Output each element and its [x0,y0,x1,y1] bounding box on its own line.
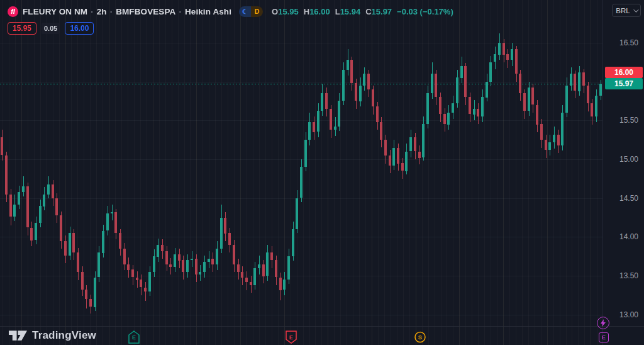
exchange-label: BMFBOVESPA [116,7,175,16]
high-label: H [304,7,309,16]
market-closed-moon-icon[interactable]: ☾ [239,6,251,17]
close-label: C [365,7,371,16]
price-tick-label: 15.00 [619,155,638,164]
trade-panel: 15.95 0.05 16.00 [8,22,453,35]
title-separator: · [110,7,113,16]
split-marker[interactable]: S [414,331,426,344]
ask-price-badge: 16.00 [605,67,643,78]
low-value: 15.94 [340,7,361,16]
high-value: 16.00 [309,7,330,16]
earnings-miss-marker[interactable]: E [286,331,297,344]
price-tick-label: 14.50 [619,194,638,203]
change-value: −0.03 (−0.17%) [397,7,453,16]
buy-button[interactable]: 16.00 [65,22,94,35]
sell-button[interactable]: 15.95 [8,22,36,35]
tradingview-logo[interactable]: TradingView [8,329,96,342]
low-label: L [335,7,340,16]
tradingview-logo-text: TradingView [32,329,96,342]
market-status-toggle[interactable]: ☾ D [239,6,263,17]
price-tick-label: 15.50 [619,116,638,125]
price-chart-canvas[interactable] [0,0,602,345]
symbol-name[interactable]: FLEURY ON NM [23,7,87,16]
title-separator: · [179,7,182,16]
delayed-data-icon[interactable]: D [251,6,263,17]
chevron-down-icon [633,7,638,12]
spread-value: 0.05 [42,23,60,34]
symbol-logo-icon: fl [8,6,18,17]
price-tick-label: 13.50 [619,271,638,280]
close-value: 15.97 [372,7,392,16]
interval-label[interactable]: 2h [97,7,107,16]
currency-label: BRL [616,7,630,14]
ohlc-values: O15.95 H16.00 L15.94 C15.97 −0.03 (−0.17… [272,7,453,16]
currency-selector-button[interactable]: BRL [612,4,641,17]
symbol-title-row[interactable]: fl FLEURY ON NM · 2h · BMFBOVESPA · Heik… [8,5,453,18]
open-label: O [272,7,278,16]
chart-style-label: Heikin Ashi [185,7,231,16]
tradingview-chart-window: fl FLEURY ON NM · 2h · BMFBOVESPA · Heik… [0,0,644,345]
lightning-bolt-icon [600,319,606,327]
flash-event-marker[interactable] [597,317,609,329]
tradingview-mark-icon [8,330,28,341]
price-scale-axis[interactable]: BRL 16.5016.0015.5015.0014.5014.0013.501… [602,0,644,345]
title-separator: · [91,7,94,16]
price-tick-label: 16.50 [619,38,638,47]
price-tick-label: 13.00 [619,310,638,319]
earnings-edge-marker[interactable]: E [599,332,609,342]
earnings-beat-marker[interactable]: E [128,331,140,344]
last-price-badge: 15.97 [605,78,643,89]
time-axis[interactable]: EES [0,326,644,345]
open-value: 15.95 [278,7,299,16]
price-tick-label: 14.00 [619,232,638,241]
chart-legend: fl FLEURY ON NM · 2h · BMFBOVESPA · Heik… [8,5,453,35]
